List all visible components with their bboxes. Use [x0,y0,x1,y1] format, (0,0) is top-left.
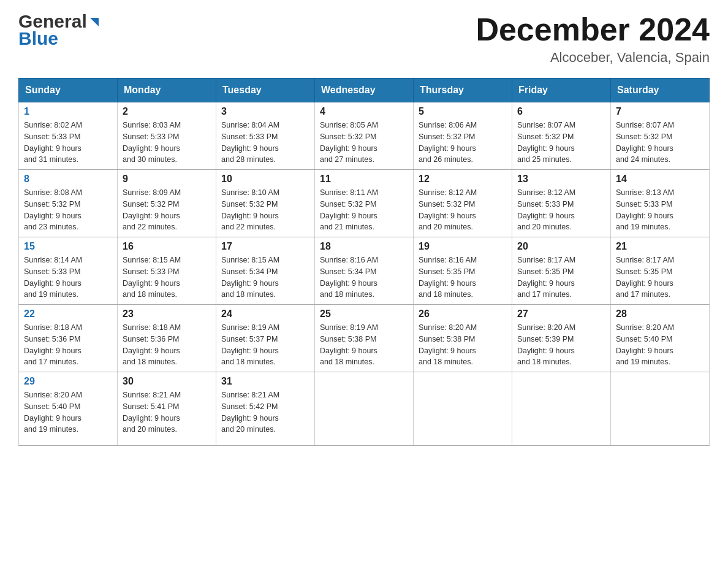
calendar-week-row: 8Sunrise: 8:08 AMSunset: 5:32 PMDaylight… [19,170,710,237]
day-number: 26 [419,308,507,320]
day-number: 4 [320,106,408,117]
logo: General Blue [18,12,100,48]
day-number: 14 [616,174,704,185]
calendar-cell: 7Sunrise: 8:07 AMSunset: 5:32 PMDaylight… [611,102,710,170]
calendar-cell: 18Sunrise: 8:16 AMSunset: 5:34 PMDayligh… [315,237,414,305]
day-number: 8 [24,174,112,185]
day-info: Sunrise: 8:21 AMSunset: 5:42 PMDaylight:… [221,389,309,435]
calendar-cell: 22Sunrise: 8:18 AMSunset: 5:36 PMDayligh… [19,305,118,372]
calendar-cell: 14Sunrise: 8:13 AMSunset: 5:33 PMDayligh… [611,170,710,237]
day-info: Sunrise: 8:20 AMSunset: 5:39 PMDaylight:… [517,322,605,368]
day-number: 27 [517,308,605,320]
day-number: 10 [221,174,309,185]
day-info: Sunrise: 8:03 AMSunset: 5:33 PMDaylight:… [123,120,211,166]
day-number: 25 [320,308,408,320]
day-number: 18 [320,241,408,252]
calendar-cell: 27Sunrise: 8:20 AMSunset: 5:39 PMDayligh… [512,305,611,372]
calendar-cell: 13Sunrise: 8:12 AMSunset: 5:33 PMDayligh… [512,170,611,237]
day-info: Sunrise: 8:10 AMSunset: 5:32 PMDaylight:… [221,187,309,233]
day-info: Sunrise: 8:14 AMSunset: 5:33 PMDaylight:… [24,255,112,301]
day-number: 13 [517,174,605,185]
svg-marker-0 [90,18,99,26]
calendar-week-row: 15Sunrise: 8:14 AMSunset: 5:33 PMDayligh… [19,237,710,305]
calendar-cell: 20Sunrise: 8:17 AMSunset: 5:35 PMDayligh… [512,237,611,305]
day-info: Sunrise: 8:16 AMSunset: 5:35 PMDaylight:… [419,255,507,301]
calendar-cell: 8Sunrise: 8:08 AMSunset: 5:32 PMDaylight… [19,170,118,237]
calendar-cell: 21Sunrise: 8:17 AMSunset: 5:35 PMDayligh… [611,237,710,305]
day-number: 31 [221,376,309,387]
calendar-cell: 30Sunrise: 8:21 AMSunset: 5:41 PMDayligh… [118,372,216,446]
calendar-cell: 19Sunrise: 8:16 AMSunset: 5:35 PMDayligh… [414,237,512,305]
calendar-cell: 26Sunrise: 8:20 AMSunset: 5:38 PMDayligh… [414,305,512,372]
logo-arrow-icon [89,12,100,31]
day-number: 29 [24,376,112,387]
day-number: 11 [320,174,408,185]
calendar-week-row: 1Sunrise: 8:02 AMSunset: 5:33 PMDaylight… [19,102,710,170]
day-number: 28 [616,308,704,320]
month-title: December 2024 [476,12,710,47]
day-info: Sunrise: 8:04 AMSunset: 5:33 PMDaylight:… [221,120,309,166]
day-number: 19 [419,241,507,252]
day-info: Sunrise: 8:20 AMSunset: 5:40 PMDaylight:… [24,389,112,435]
day-number: 1 [24,106,112,117]
calendar-cell [512,372,611,446]
location-title: Alcoceber, Valencia, Spain [476,50,710,66]
calendar-cell: 4Sunrise: 8:05 AMSunset: 5:32 PMDaylight… [315,102,414,170]
day-info: Sunrise: 8:17 AMSunset: 5:35 PMDaylight:… [616,255,704,301]
calendar-cell: 3Sunrise: 8:04 AMSunset: 5:33 PMDaylight… [216,102,315,170]
day-info: Sunrise: 8:15 AMSunset: 5:34 PMDaylight:… [221,255,309,301]
calendar-cell: 5Sunrise: 8:06 AMSunset: 5:32 PMDaylight… [414,102,512,170]
calendar-week-row: 22Sunrise: 8:18 AMSunset: 5:36 PMDayligh… [19,305,710,372]
calendar-cell: 23Sunrise: 8:18 AMSunset: 5:36 PMDayligh… [118,305,216,372]
day-info: Sunrise: 8:07 AMSunset: 5:32 PMDaylight:… [517,120,605,166]
weekday-header-saturday: Saturday [611,79,710,102]
calendar-cell: 11Sunrise: 8:11 AMSunset: 5:32 PMDayligh… [315,170,414,237]
day-number: 20 [517,241,605,252]
day-info: Sunrise: 8:08 AMSunset: 5:32 PMDaylight:… [24,187,112,233]
page-header: General Blue December 2024 Alcoceber, Va… [18,12,710,66]
day-info: Sunrise: 8:18 AMSunset: 5:36 PMDaylight:… [123,322,211,368]
weekday-header-tuesday: Tuesday [216,79,315,102]
day-info: Sunrise: 8:09 AMSunset: 5:32 PMDaylight:… [123,187,211,233]
weekday-header-monday: Monday [118,79,216,102]
day-info: Sunrise: 8:07 AMSunset: 5:32 PMDaylight:… [616,120,704,166]
day-info: Sunrise: 8:12 AMSunset: 5:32 PMDaylight:… [419,187,507,233]
day-number: 6 [517,106,605,117]
day-info: Sunrise: 8:20 AMSunset: 5:38 PMDaylight:… [419,322,507,368]
calendar-cell [611,372,710,446]
day-info: Sunrise: 8:06 AMSunset: 5:32 PMDaylight:… [419,120,507,166]
calendar-cell: 12Sunrise: 8:12 AMSunset: 5:32 PMDayligh… [414,170,512,237]
calendar-cell: 1Sunrise: 8:02 AMSunset: 5:33 PMDaylight… [19,102,118,170]
weekday-header-row: SundayMondayTuesdayWednesdayThursdayFrid… [19,79,710,102]
logo-line2: Blue [18,29,100,48]
calendar-cell: 10Sunrise: 8:10 AMSunset: 5:32 PMDayligh… [216,170,315,237]
calendar-cell: 6Sunrise: 8:07 AMSunset: 5:32 PMDaylight… [512,102,611,170]
day-info: Sunrise: 8:13 AMSunset: 5:33 PMDaylight:… [616,187,704,233]
calendar-cell: 15Sunrise: 8:14 AMSunset: 5:33 PMDayligh… [19,237,118,305]
day-number: 2 [123,106,211,117]
weekday-header-wednesday: Wednesday [315,79,414,102]
weekday-header-sunday: Sunday [19,79,118,102]
calendar-cell: 28Sunrise: 8:20 AMSunset: 5:40 PMDayligh… [611,305,710,372]
day-number: 30 [123,376,211,387]
calendar-cell: 25Sunrise: 8:19 AMSunset: 5:38 PMDayligh… [315,305,414,372]
calendar-cell: 2Sunrise: 8:03 AMSunset: 5:33 PMDaylight… [118,102,216,170]
calendar-week-row: 29Sunrise: 8:20 AMSunset: 5:40 PMDayligh… [19,372,710,446]
day-info: Sunrise: 8:15 AMSunset: 5:33 PMDaylight:… [123,255,211,301]
calendar-cell: 24Sunrise: 8:19 AMSunset: 5:37 PMDayligh… [216,305,315,372]
day-number: 24 [221,308,309,320]
day-number: 15 [24,241,112,252]
day-number: 9 [123,174,211,185]
day-info: Sunrise: 8:20 AMSunset: 5:40 PMDaylight:… [616,322,704,368]
title-area: December 2024 Alcoceber, Valencia, Spain [476,12,710,66]
day-info: Sunrise: 8:18 AMSunset: 5:36 PMDaylight:… [24,322,112,368]
calendar-cell: 31Sunrise: 8:21 AMSunset: 5:42 PMDayligh… [216,372,315,446]
calendar-cell: 9Sunrise: 8:09 AMSunset: 5:32 PMDaylight… [118,170,216,237]
calendar-table: SundayMondayTuesdayWednesdayThursdayFrid… [18,78,710,446]
day-number: 5 [419,106,507,117]
day-number: 23 [123,308,211,320]
calendar-cell: 17Sunrise: 8:15 AMSunset: 5:34 PMDayligh… [216,237,315,305]
day-number: 7 [616,106,704,117]
day-number: 21 [616,241,704,252]
day-number: 12 [419,174,507,185]
